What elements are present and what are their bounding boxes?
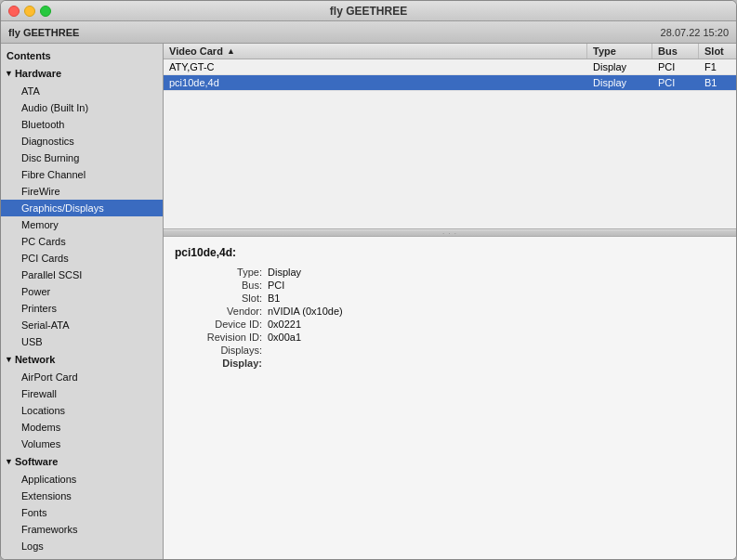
table-row[interactable]: ATY,GT-C Display PCI F1: [164, 59, 736, 75]
sidebar-item-firewall[interactable]: Firewall: [1, 385, 163, 402]
traffic-lights: [8, 6, 51, 17]
th-slot[interactable]: Slot: [699, 44, 736, 59]
detail-value-revision-id: 0x00a1: [268, 332, 725, 343]
sidebar-contents-label: Contents: [1, 47, 163, 64]
maximize-button[interactable]: [40, 6, 51, 17]
sidebar-item-volumes[interactable]: Volumes: [1, 436, 163, 452]
th-video-card-label: Video Card: [169, 46, 223, 57]
triangle-network: ▼: [5, 352, 13, 367]
detail-value-type: Display: [268, 267, 725, 278]
sidebar-item-printers[interactable]: Printers: [1, 300, 163, 317]
toolbar-label: fly GEETHREE: [8, 27, 79, 38]
sidebar-group-hardware-label: Hardware: [15, 66, 61, 81]
detail-sub-label-display: Display:: [175, 358, 268, 369]
sidebar-item-diagnostics[interactable]: Diagnostics: [1, 133, 163, 150]
td-type-1: Display: [587, 75, 652, 90]
sidebar-group-hardware[interactable]: ▼ Hardware: [1, 64, 163, 83]
sort-arrow-icon: ▲: [227, 46, 235, 56]
minimize-button[interactable]: [24, 6, 35, 17]
th-bus[interactable]: Bus: [652, 44, 699, 59]
detail-value-displays: [268, 345, 725, 356]
sidebar-item-airport-card[interactable]: AirPort Card: [1, 369, 163, 385]
sidebar-item-bluetooth[interactable]: Bluetooth: [1, 116, 163, 133]
window-title: fly GEETHREE: [330, 5, 407, 18]
main-window: fly GEETHREE fly GEETHREE 28.07.22 15:20…: [0, 0, 737, 560]
detail-grid: Type: Display Bus: PCI Slot: B1 Vendor: …: [175, 267, 725, 369]
detail-label-displays: Displays:: [175, 345, 268, 356]
sidebar-item-fonts[interactable]: Fonts: [1, 504, 163, 521]
close-button[interactable]: [8, 6, 20, 17]
table-header: Video Card ▲ Type Bus Slot: [164, 44, 736, 59]
table-row[interactable]: pci10de,4d Display PCI B1: [164, 75, 736, 91]
td-bus-1: PCI: [652, 75, 699, 90]
detail-label-vendor: Vendor:: [175, 306, 268, 317]
sidebar-item-pc-cards[interactable]: PC Cards: [1, 233, 163, 250]
td-type-0: Display: [587, 59, 652, 74]
sidebar-item-fibre-channel[interactable]: Fibre Channel: [1, 166, 163, 183]
sidebar-item-power[interactable]: Power: [1, 283, 163, 300]
detail-label-type: Type:: [175, 267, 268, 278]
sidebar-item-parallel-scsi[interactable]: Parallel SCSI: [1, 267, 163, 283]
resize-handle[interactable]: · · ·: [164, 229, 736, 237]
sidebar-group-network[interactable]: ▼ Network: [1, 350, 163, 369]
sidebar-item-serial-ata[interactable]: Serial-ATA: [1, 317, 163, 333]
detail-value-device-id: 0x0221: [268, 319, 725, 330]
sidebar-item-pci-cards[interactable]: PCI Cards: [1, 250, 163, 267]
detail-value-slot: B1: [268, 293, 725, 304]
td-bus-0: PCI: [652, 59, 699, 74]
td-slot-1: B1: [699, 75, 736, 90]
sidebar-group-network-label: Network: [15, 352, 55, 367]
sidebar-item-logs[interactable]: Logs: [1, 538, 163, 554]
detail-label-revision-id: Revision ID:: [175, 332, 268, 343]
sidebar-item-extensions[interactable]: Extensions: [1, 488, 163, 504]
detail-area: pci10de,4d: Type: Display Bus: PCI Slot:…: [164, 237, 736, 559]
sidebar-item-locations[interactable]: Locations: [1, 402, 163, 419]
sidebar-item-preference-panes[interactable]: Preference Panes: [1, 554, 163, 559]
detail-value-display-sub: [268, 358, 725, 369]
detail-value-vendor: nVIDIA (0x10de): [268, 306, 725, 317]
triangle-software: ▼: [5, 454, 13, 469]
sidebar-item-frameworks[interactable]: Frameworks: [1, 521, 163, 538]
detail-label-bus: Bus:: [175, 280, 268, 291]
th-type[interactable]: Type: [587, 44, 652, 59]
toolbar-datetime: 28.07.22 15:20: [661, 27, 729, 38]
td-slot-0: F1: [699, 59, 736, 74]
detail-value-bus: PCI: [268, 280, 725, 291]
sidebar-item-applications[interactable]: Applications: [1, 471, 163, 488]
table-area: Video Card ▲ Type Bus Slot ATY,GT-C Disp…: [164, 44, 736, 229]
detail-label-slot: Slot:: [175, 293, 268, 304]
sidebar-group-software[interactable]: ▼ Software: [1, 452, 163, 471]
main-content: Contents ▼ Hardware ATA Audio (Built In)…: [1, 44, 736, 559]
detail-title: pci10de,4d:: [175, 246, 725, 259]
td-main-0: ATY,GT-C: [164, 59, 587, 74]
sidebar: Contents ▼ Hardware ATA Audio (Built In)…: [1, 44, 164, 559]
sidebar-item-audio[interactable]: Audio (Built In): [1, 99, 163, 116]
sidebar-item-modems[interactable]: Modems: [1, 419, 163, 436]
td-main-1: pci10de,4d: [164, 75, 587, 90]
sidebar-item-usb[interactable]: USB: [1, 333, 163, 350]
sidebar-item-graphics-displays[interactable]: Graphics/Displays: [1, 200, 163, 216]
titlebar: fly GEETHREE: [1, 1, 736, 21]
sidebar-group-software-label: Software: [15, 454, 58, 469]
th-video-card[interactable]: Video Card ▲: [164, 44, 587, 59]
sidebar-item-memory[interactable]: Memory: [1, 216, 163, 233]
table-body: ATY,GT-C Display PCI F1 pci10de,4d Displ…: [164, 59, 736, 228]
toolbar: fly GEETHREE 28.07.22 15:20: [1, 21, 736, 44]
triangle-hardware: ▼: [5, 66, 13, 81]
sidebar-item-ata[interactable]: ATA: [1, 83, 163, 99]
sidebar-item-firewire[interactable]: FireWire: [1, 183, 163, 200]
sidebar-item-disc-burning[interactable]: Disc Burning: [1, 150, 163, 166]
detail-label-device-id: Device ID:: [175, 319, 268, 330]
right-panel: Video Card ▲ Type Bus Slot ATY,GT-C Disp…: [164, 44, 736, 559]
